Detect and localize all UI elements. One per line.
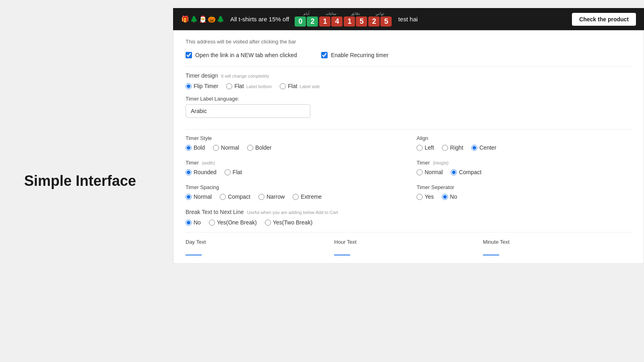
recurring-timer-label: Enable Recurring timer — [331, 52, 388, 58]
day-text-input[interactable] — [186, 247, 202, 255]
timer-width-col: Timer (width) Rounded Flat — [186, 160, 400, 182]
height-radio-group: Normal Compact — [417, 169, 632, 175]
style-bold-radio[interactable] — [186, 145, 192, 151]
align-left-label: Left — [425, 144, 434, 151]
separator-no-option[interactable]: No — [442, 193, 457, 200]
spacing-narrow-option[interactable]: Narrow — [258, 193, 285, 200]
style-normal-option[interactable]: Normal — [213, 144, 239, 151]
spacing-extreme-option[interactable]: Extreme — [293, 193, 322, 200]
break-two-option[interactable]: Yes(Two Break) — [265, 219, 312, 226]
align-center-radio[interactable] — [471, 145, 477, 151]
emoji-gift: 🎁 — [181, 15, 189, 23]
height-normal-option[interactable]: Normal — [417, 169, 443, 175]
hours-label: ساعات — [326, 12, 336, 16]
spacing-normal-radio[interactable] — [186, 194, 192, 200]
hours-digits: 1 4 — [319, 16, 343, 27]
break-text-label: Break Text to Next Line Useful when you … — [186, 209, 632, 215]
timer-separator-label: Timer Seperator — [417, 184, 632, 190]
spacing-narrow-radio[interactable] — [258, 194, 264, 200]
minutes-digit2: 5 — [356, 16, 367, 27]
spacing-normal-option[interactable]: Normal — [186, 193, 212, 200]
bar-emojis: 🎁 🌲 🎅 🎃 🌲 — [181, 15, 225, 23]
height-compact-option[interactable]: Compact — [451, 169, 481, 175]
height-normal-label: Normal — [425, 169, 443, 175]
new-tab-label: Open the link in a NEW tab when clicked — [195, 52, 297, 58]
separator-no-radio[interactable] — [442, 194, 448, 200]
emoji-tree2: 🌲 — [217, 15, 225, 23]
align-right-label: Right — [450, 144, 463, 151]
break-no-radio[interactable] — [186, 220, 192, 226]
align-left-radio[interactable] — [417, 145, 423, 151]
address-hint: This address will be visited after click… — [186, 39, 632, 45]
timer-display: أيام 0 2 ساعات 1 4 — [295, 12, 392, 27]
style-bolder-radio[interactable] — [247, 145, 253, 151]
break-one-option[interactable]: Yes(One Break) — [209, 219, 257, 226]
minutes-digits: 1 5 — [344, 16, 367, 27]
minute-text-input[interactable] — [483, 247, 499, 255]
new-tab-checkbox-label[interactable]: Open the link in a NEW tab when clicked — [186, 52, 297, 58]
height-compact-radio[interactable] — [451, 169, 457, 175]
flat-label-bottom-option[interactable]: Flat Label bottom — [226, 83, 272, 89]
align-radio-group: Left Right Center — [417, 144, 632, 151]
flip-timer-radio[interactable] — [186, 83, 192, 89]
seconds-label: ثواني — [376, 12, 384, 16]
check-product-button[interactable]: Check the product — [572, 13, 636, 26]
divider1 — [186, 66, 632, 67]
bottom-text-row: Day Text Hour Text Minute Text — [186, 232, 632, 255]
timer-design-radio-group: Flip Timer Flat Label bottom Flat Label … — [186, 83, 632, 89]
width-rounded-option[interactable]: Rounded — [186, 169, 217, 175]
recurring-timer-checkbox[interactable] — [321, 52, 328, 58]
spacing-compact-label: Compact — [228, 193, 250, 200]
new-tab-checkbox[interactable] — [186, 52, 192, 58]
align-right-option[interactable]: Right — [442, 144, 463, 151]
width-height-row: Timer (width) Rounded Flat — [186, 160, 632, 182]
seconds-digits: 2 5 — [368, 16, 392, 27]
style-bold-option[interactable]: Bold — [186, 144, 205, 151]
spacing-compact-option[interactable]: Compact — [220, 193, 250, 200]
settings-panel: This address will be visited after click… — [173, 30, 644, 264]
flat-bottom-label: Flat Label bottom — [234, 83, 272, 89]
flat-label-side-option[interactable]: Flat Label side — [280, 83, 320, 89]
height-normal-radio[interactable] — [417, 169, 423, 175]
timer-style-label: Timer Style — [186, 135, 400, 141]
timer-label-language-input[interactable] — [186, 104, 310, 118]
flip-timer-option[interactable]: Flip Timer — [186, 83, 218, 89]
align-left-option[interactable]: Left — [417, 144, 434, 151]
style-bold-label: Bold — [194, 144, 205, 151]
flat-side-radio[interactable] — [280, 83, 286, 89]
days-digit1: 0 — [295, 16, 306, 27]
timer-separator-col: Timer Seperator Yes No — [417, 184, 632, 206]
separator-radio-group: Yes No — [417, 193, 632, 200]
hour-text-input[interactable] — [334, 247, 350, 255]
separator-yes-option[interactable]: Yes — [417, 193, 434, 200]
spacing-extreme-radio[interactable] — [293, 194, 299, 200]
spacing-compact-radio[interactable] — [220, 194, 226, 200]
width-rounded-radio[interactable] — [186, 169, 192, 175]
style-normal-radio[interactable] — [213, 145, 219, 151]
align-right-radio[interactable] — [442, 145, 448, 151]
width-rounded-label: Rounded — [194, 169, 217, 175]
timer-style-col: Timer Style Bold Normal Bolder — [186, 135, 400, 157]
width-flat-option[interactable]: Flat — [225, 169, 242, 175]
flat-bottom-radio[interactable] — [226, 83, 232, 89]
timer-minutes-group: دقائق 1 5 — [344, 12, 367, 27]
width-flat-radio[interactable] — [225, 169, 231, 175]
spacing-radio-group: Normal Compact Narrow Extreme — [186, 193, 400, 200]
timer-days-group: أيام 0 2 — [295, 12, 318, 27]
timer-width-label: Timer (width) — [186, 160, 400, 166]
style-bolder-option[interactable]: Bolder — [247, 144, 271, 151]
break-radio-group: No Yes(One Break) Yes(Two Break) — [186, 219, 632, 226]
break-two-radio[interactable] — [265, 220, 271, 226]
minute-text-label: Minute Text — [483, 239, 632, 245]
timer-spacing-col: Timer Spacing Normal Compact Narrow — [186, 184, 400, 206]
break-no-option[interactable]: No — [186, 219, 201, 226]
separator-yes-radio[interactable] — [417, 194, 423, 200]
separator-yes-label: Yes — [425, 193, 434, 200]
align-center-option[interactable]: Center — [471, 144, 496, 151]
width-radio-group: Rounded Flat — [186, 169, 400, 175]
recurring-timer-checkbox-label[interactable]: Enable Recurring timer — [321, 52, 388, 58]
align-center-label: Center — [479, 144, 496, 151]
days-label: أيام — [303, 12, 310, 16]
checkbox-row: Open the link in a NEW tab when clicked … — [186, 52, 632, 58]
break-one-radio[interactable] — [209, 220, 215, 226]
